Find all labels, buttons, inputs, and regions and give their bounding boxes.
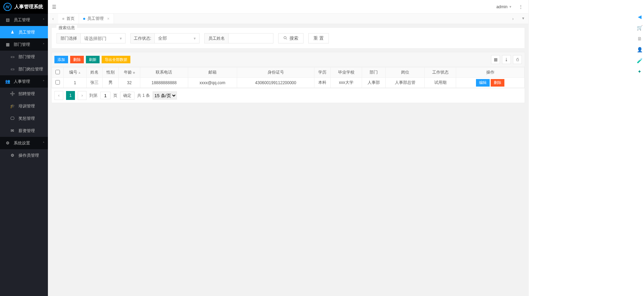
col-status[interactable]: 工作状态 xyxy=(425,67,456,78)
gutter-cart-icon[interactable]: 🛒 xyxy=(636,25,643,31)
nav-group[interactable]: 👥人事管理˄ xyxy=(0,75,48,88)
sort-icon: ▲ xyxy=(78,71,81,74)
col-email[interactable]: 邮箱 xyxy=(188,67,237,78)
columns-icon[interactable]: ▦ xyxy=(491,55,500,64)
search-panel: 搜索信息 部门选择 ▼ 工作状态: ▼ 员工姓名 xyxy=(51,27,525,49)
status-label: 工作状态: xyxy=(131,34,155,43)
tabs-menu-icon[interactable]: ▼ xyxy=(518,16,528,21)
pager-per-page[interactable]: 15 条/页 xyxy=(153,91,177,100)
chevron-up-icon: ˄ xyxy=(43,43,44,47)
export-icon[interactable]: ⭳ xyxy=(502,55,511,64)
col-name[interactable]: 姓名 xyxy=(87,67,103,78)
pager-goto-label: 到第 xyxy=(89,93,98,99)
col-age[interactable]: 年龄◆ xyxy=(118,67,140,78)
tab[interactable]: 首页 xyxy=(58,14,79,24)
pager-page-input[interactable] xyxy=(100,92,111,99)
nav-item-label: 部门岗位管理 xyxy=(18,66,43,72)
name-input[interactable] xyxy=(229,34,273,43)
nav-group[interactable]: ▤员工管理˄ xyxy=(0,14,48,26)
name-input-field: 员工姓名 xyxy=(204,33,273,43)
nav-item[interactable]: ▭部门岗位管理 xyxy=(0,63,48,75)
cell-id: 1 xyxy=(64,78,87,88)
nav-item[interactable]: ♟员工管理 xyxy=(0,26,48,38)
row-checkbox[interactable] xyxy=(55,80,60,85)
nav-group[interactable]: ▦部门管理˄ xyxy=(0,38,48,51)
gutter-arrow-icon[interactable]: ◀ xyxy=(636,14,643,20)
nav-group-label: 人事管理 xyxy=(14,79,30,85)
col-gender[interactable]: 性别 xyxy=(102,67,118,78)
svg-line-1 xyxy=(286,38,287,39)
sidebar: 人事管理系统 ▤员工管理˄♟员工管理▦部门管理˄▭部门管理▭部门岗位管理👥人事管… xyxy=(0,0,48,106)
col-school[interactable]: 毕业学校 xyxy=(331,67,362,78)
refresh-button[interactable]: 刷新 xyxy=(86,56,100,63)
cell-phone: 18888888888 xyxy=(140,78,188,88)
cell-dept: 人事部 xyxy=(362,78,385,88)
status-select-field: 工作状态: ▼ xyxy=(130,33,199,43)
status-select[interactable]: ▼ xyxy=(155,34,199,43)
cell-status: 试用期 xyxy=(425,78,456,88)
nav-item-label: 招聘管理 xyxy=(18,91,35,97)
row-delete-button[interactable]: 删除 xyxy=(491,79,504,87)
search-button[interactable]: 搜索 xyxy=(278,33,304,43)
col-phone[interactable]: 联系电话 xyxy=(140,67,188,78)
col-idcard[interactable]: 身份证号 xyxy=(237,67,314,78)
cell-post: 人事部总管 xyxy=(386,78,425,88)
table-row: 1 张三 男 32 18888888888 xxxx@qq.com 430600… xyxy=(52,78,525,88)
select-all-checkbox[interactable] xyxy=(55,70,60,74)
close-icon[interactable]: × xyxy=(107,16,110,21)
gutter-lab-icon[interactable]: 🧪 xyxy=(636,57,643,64)
search-button-label: 搜索 xyxy=(289,35,298,41)
pager-page-unit: 页 xyxy=(113,93,117,99)
pager: ‹ 1 › 到第 页 确定 共 1 条 15 条/页 xyxy=(52,88,525,103)
pager-confirm[interactable]: 确定 xyxy=(120,92,134,100)
pager-next[interactable]: › xyxy=(78,91,87,100)
nav-item-label: 员工管理 xyxy=(18,29,35,35)
name-label: 员工姓名 xyxy=(205,34,229,43)
nav-item[interactable]: ▭部门管理 xyxy=(0,51,48,63)
user-name: admin xyxy=(496,4,507,9)
gutter-flag-icon[interactable]: ✦ xyxy=(636,68,643,75)
gutter-doc-icon[interactable]: 🗎 xyxy=(636,36,643,42)
app-title: 人事管理系统 xyxy=(14,4,43,10)
nav-item-label: 部门管理 xyxy=(18,54,35,60)
nav-item[interactable]: 🎓培训管理 xyxy=(0,100,48,106)
pager-page-1[interactable]: 1 xyxy=(66,91,75,100)
grad-cap-icon: 🎓 xyxy=(10,104,15,106)
header: ☰ admin ▼ ⋮ xyxy=(48,0,528,14)
tabs-left-arrow[interactable]: ‹ xyxy=(48,16,58,21)
search-legend: 搜索信息 xyxy=(56,25,77,31)
cell-action: 编辑 删除 xyxy=(456,78,525,88)
tab-dot-icon xyxy=(83,18,85,20)
chevron-down-icon: ▼ xyxy=(119,37,123,40)
status-select-input[interactable] xyxy=(158,36,196,41)
dept-select-input[interactable] xyxy=(84,36,122,41)
tab[interactable]: 员工管理× xyxy=(79,14,114,24)
nav-group-label: 部门管理 xyxy=(14,42,30,48)
pager-prev[interactable]: ‹ xyxy=(54,91,63,100)
cell-idcard: 430600199112200000 xyxy=(237,78,314,88)
user-dropdown[interactable]: admin ▼ xyxy=(496,4,512,9)
gutter-user-icon[interactable]: 👤 xyxy=(636,47,643,53)
nav-item-label: 培训管理 xyxy=(18,103,35,107)
add-button[interactable]: 添加 xyxy=(54,56,68,63)
col-id[interactable]: 编号▲ xyxy=(64,67,87,78)
tab-label: 首页 xyxy=(66,16,75,22)
col-edu[interactable]: 学历 xyxy=(314,67,331,78)
reset-button-label: 重 置 xyxy=(313,35,324,41)
export-button[interactable]: 导出全部数据 xyxy=(102,56,130,63)
grid-icon: ▦ xyxy=(5,42,10,47)
delete-button[interactable]: 删除 xyxy=(70,56,84,63)
print-icon[interactable]: ⎙ xyxy=(513,55,522,64)
reset-button[interactable]: 重 置 xyxy=(308,33,329,43)
col-dept[interactable]: 部门 xyxy=(362,67,385,78)
tabs-right-arrow[interactable]: › xyxy=(508,16,518,21)
menu-toggle-icon[interactable]: ☰ xyxy=(52,4,56,10)
nav-item[interactable]: ➕招聘管理 xyxy=(0,88,48,100)
sort-icon: ◆ xyxy=(133,71,135,74)
more-icon[interactable]: ⋮ xyxy=(517,4,524,9)
right-gutter: ◀ 🛒 🗎 👤 🧪 ✦ xyxy=(528,0,644,106)
cell-gender: 男 xyxy=(102,78,118,88)
dept-select[interactable]: ▼ xyxy=(81,34,125,43)
col-post[interactable]: 岗位 xyxy=(386,67,425,78)
row-edit-button[interactable]: 编辑 xyxy=(476,79,490,87)
